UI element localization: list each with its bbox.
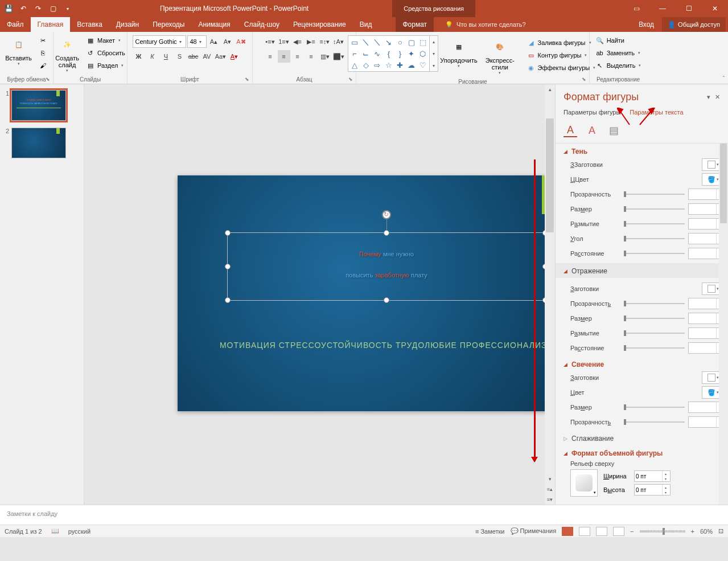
tab-review[interactable]: Рецензирование — [286, 17, 353, 32]
handle-bot-mid[interactable] — [384, 297, 389, 303]
shadow-distance-slider[interactable] — [624, 252, 685, 255]
ribbon-options-icon[interactable]: ▭ — [623, 0, 649, 17]
shapes-down-icon[interactable]: ▾ — [430, 48, 438, 59]
justify-button[interactable]: ≡ — [305, 50, 318, 63]
shapes-more-icon[interactable]: ▾ — [430, 60, 438, 71]
clear-format-icon[interactable]: A✖ — [235, 35, 248, 48]
shape-line2-icon[interactable]: ＼ — [372, 37, 382, 47]
slide-indicator[interactable]: Слайд 1 из 2 — [5, 528, 42, 535]
shadow-size-slider[interactable] — [624, 208, 685, 210]
text-fill-outline-icon[interactable]: A — [564, 124, 577, 137]
slideshow-view-button[interactable] — [613, 527, 624, 536]
section-reflection-header[interactable]: ◢Отражение — [564, 265, 725, 277]
reading-view-button[interactable] — [596, 527, 607, 536]
shape-arrow-icon[interactable]: ↘ — [384, 37, 394, 47]
shape-oval-icon[interactable]: ○ — [395, 37, 405, 47]
save-icon[interactable]: 💾 — [3, 3, 14, 14]
zoom-out-button[interactable]: − — [630, 528, 634, 535]
bevel-preview-dropdown[interactable]: ▾ — [570, 469, 598, 497]
sign-in-link[interactable]: Вход — [633, 17, 660, 32]
shapes-up-icon[interactable]: ▴ — [430, 36, 438, 47]
rotate-handle[interactable] — [382, 210, 391, 219]
collapse-ribbon-icon[interactable]: ˆ — [723, 76, 725, 82]
maximize-icon[interactable]: ☐ — [676, 0, 702, 17]
minimize-icon[interactable]: — — [649, 0, 676, 17]
glow-transparency-slider[interactable] — [624, 421, 685, 423]
font-color-button[interactable]: A▾ — [228, 50, 241, 63]
refl-size-slider[interactable] — [624, 317, 685, 320]
pane-scroll-thumb[interactable] — [720, 144, 727, 223]
undo-icon[interactable]: ↶ — [18, 3, 28, 14]
shape-line-icon[interactable]: ＼ — [361, 37, 371, 47]
shape-textbox-icon[interactable]: ⬚ — [418, 37, 428, 47]
tab-transitions[interactable]: Переходы — [146, 17, 191, 32]
shapes-gallery[interactable]: ▭＼＼↘○▢⬚ ⌐⌙∿{}✦⬡ △◇⇨☆✚☁♡ — [348, 35, 430, 72]
slideshow-start-icon[interactable]: ▢ — [48, 3, 58, 14]
quick-styles-button[interactable]: 🎨 Экспресс-стили ▾ — [479, 35, 520, 77]
pane-tab-text-options[interactable]: Параметры текста — [630, 108, 683, 117]
shape-tri-icon[interactable]: △ — [349, 60, 360, 70]
shape-plus-icon[interactable]: ✚ — [395, 60, 405, 70]
glow-size-slider[interactable] — [624, 406, 685, 408]
align-right-button[interactable]: ≡ — [291, 50, 304, 63]
drawing-dialog-launcher[interactable]: ⬊ — [581, 76, 587, 82]
handle-top-mid[interactable] — [384, 230, 389, 236]
replace-button[interactable]: abЗаменить▾ — [593, 47, 644, 59]
shape-star-icon[interactable]: ✦ — [406, 48, 417, 59]
share-button[interactable]: 👤 Общий доступ — [662, 17, 726, 32]
section-3dformat-header[interactable]: ◢Формат объемной фигуры — [564, 448, 725, 459]
slide-thumbnail-1[interactable]: ПОЧЕМУ МНЕ НУЖНОПОВЫСИТЬ ЗАРАБОТНУЮ ПЛАТ… — [11, 90, 66, 121]
reset-button[interactable]: ↺Сбросить — [84, 47, 127, 59]
spellcheck-icon[interactable]: 📖 — [51, 527, 59, 535]
increase-font-icon[interactable]: A▴ — [208, 35, 220, 48]
next-slide-icon[interactable]: ≡▾ — [545, 494, 555, 505]
text-effects-icon[interactable]: A — [585, 124, 599, 137]
font-size-combo[interactable]: 48▾ — [187, 35, 207, 48]
slide-canvas[interactable]: Почему мне нужно повысить заработную пла… — [84, 84, 555, 505]
shadow-blur-slider[interactable] — [624, 223, 685, 225]
shape-fill-button[interactable]: ◢Заливка фигуры▾ — [524, 36, 598, 49]
decrease-indent-button[interactable]: ◀≡ — [291, 35, 304, 48]
handle-mid-left[interactable] — [225, 264, 231, 269]
language-indicator[interactable]: русский — [68, 528, 91, 535]
sorter-view-button[interactable] — [579, 527, 590, 536]
shape-callout-icon[interactable]: ☆ — [384, 60, 394, 70]
bullets-button[interactable]: •≡▾ — [264, 35, 277, 48]
shape-curve-icon[interactable]: ∿ — [372, 48, 382, 59]
font-dialog-launcher[interactable]: ⬊ — [244, 76, 250, 82]
decrease-font-icon[interactable]: A▾ — [221, 35, 234, 48]
font-name-combo[interactable]: Century Gothic▾ — [133, 35, 186, 48]
tell-me-search[interactable]: 💡 Что вы хотите сделать? — [445, 21, 526, 28]
tab-view[interactable]: Вид — [353, 17, 379, 32]
scroll-up-icon[interactable]: ▴ — [545, 84, 555, 95]
comments-toggle[interactable]: 💬 Примечания — [511, 527, 557, 535]
shape-hexagon-icon[interactable]: ⬡ — [418, 48, 428, 59]
shape-rrect-icon[interactable]: ▢ — [406, 37, 417, 47]
strikethrough-button[interactable]: abc — [187, 50, 200, 63]
align-left-button[interactable]: ≡ — [264, 50, 277, 63]
clipboard-dialog-launcher[interactable]: ⬊ — [45, 76, 51, 82]
title-textbox-selected[interactable]: Почему мне нужно повысить заработную пла… — [227, 232, 546, 301]
refl-transparency-slider[interactable] — [624, 302, 685, 305]
underline-button[interactable]: Ч — [160, 50, 172, 63]
shape-connector-icon[interactable]: ⌐ — [349, 48, 360, 59]
shape-cloud-icon[interactable]: ☁ — [406, 60, 417, 70]
refl-blur-slider[interactable] — [624, 332, 685, 334]
italic-button[interactable]: К — [146, 50, 159, 63]
section-softedges-header[interactable]: ▷Сглаживание — [564, 433, 725, 444]
shadow-button[interactable]: S — [174, 50, 186, 63]
handle-bot-left[interactable] — [225, 297, 231, 303]
find-button[interactable]: 🔍Найти — [593, 34, 644, 47]
format-painter-button[interactable]: 🖌 — [36, 59, 50, 72]
canvas-vertical-scrollbar[interactable]: ▴ ▾ ≡▴ ≡▾ — [545, 84, 555, 505]
copy-button[interactable]: ⎘ — [36, 47, 50, 59]
handle-top-left[interactable] — [225, 230, 231, 236]
tab-slideshow[interactable]: Слайд-шоу — [237, 17, 286, 32]
columns-button[interactable]: ▥▾ — [319, 50, 331, 63]
align-center-button[interactable]: ≡ — [278, 50, 290, 63]
shape-elbow-icon[interactable]: ⌙ — [361, 48, 371, 59]
shape-brace1-icon[interactable]: { — [384, 48, 394, 59]
scroll-down-icon[interactable]: ▾ — [545, 474, 555, 484]
shape-heart-icon[interactable]: ♡ — [418, 60, 428, 70]
pane-tab-shape-options[interactable]: Параметры фигуры — [564, 108, 620, 117]
